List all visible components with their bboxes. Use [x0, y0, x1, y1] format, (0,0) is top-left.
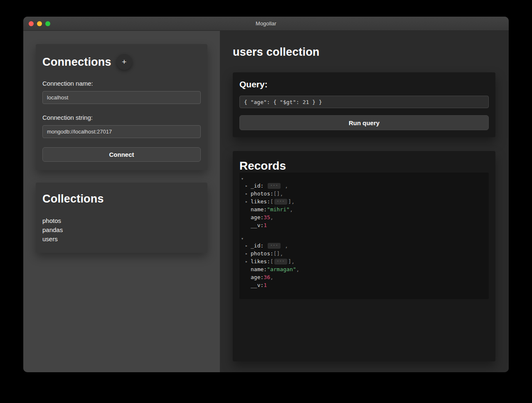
close-button[interactable]: [29, 21, 34, 26]
bracket-open: [: [270, 258, 273, 265]
field-key: name:: [251, 206, 267, 213]
expand-icon[interactable]: ▸: [245, 259, 251, 264]
minimize-button[interactable]: [37, 21, 42, 26]
field-suffix: ,: [270, 214, 273, 220]
field-value: "armagan": [267, 266, 296, 272]
field-value: "mihri": [267, 206, 290, 213]
app-window: Mogollar Connections + Connection name: …: [23, 17, 509, 372]
query-title: Query:: [239, 79, 489, 89]
bracket-close: ]: [288, 198, 291, 205]
record-rows: ▸_id: ··· ,▸photos:[],▸likes:[···],name:…: [241, 242, 483, 289]
run-query-button[interactable]: Run query: [239, 115, 489, 130]
expand-icon[interactable]: ▸: [245, 183, 251, 188]
connection-name-input[interactable]: [42, 91, 201, 104]
field-key: _id:: [251, 183, 267, 189]
plus-icon: +: [122, 57, 126, 67]
collection-item-photos[interactable]: photos: [42, 216, 201, 225]
record: ▾▸_id: ··· ,▸photos:[],▸likes:[···],name…: [241, 176, 483, 229]
bracket-open: [: [270, 198, 273, 205]
query-card: Query: Run query: [233, 72, 495, 137]
titlebar[interactable]: Mogollar: [23, 17, 509, 31]
field-suffix: ,: [281, 183, 288, 189]
collections-list: photospandasusers: [42, 216, 201, 244]
connections-header: Connections +: [42, 54, 201, 70]
field-value: 1: [264, 282, 267, 288]
collections-title: Collections: [42, 193, 201, 205]
ellipsis-badge[interactable]: ···: [274, 259, 287, 265]
records-title: Records: [239, 159, 489, 173]
record-field-__v: __v:1: [245, 221, 483, 229]
field-suffix: ,: [291, 198, 295, 205]
record-field-likes: ▸likes:[···],: [245, 257, 483, 265]
collection-item-users[interactable]: users: [42, 235, 201, 244]
record-field-_id: ▸_id: ··· ,: [245, 242, 483, 250]
record-field-_id: ▸_id: ··· ,: [245, 182, 483, 190]
collapse-icon[interactable]: ▾: [241, 236, 483, 242]
page-title: users collection: [233, 46, 496, 59]
add-connection-button[interactable]: +: [116, 54, 132, 70]
query-input[interactable]: [239, 96, 489, 108]
field-suffix: ,: [270, 274, 273, 280]
field-suffix: ,: [281, 242, 288, 249]
record-field-name: name:"armagan",: [245, 265, 483, 273]
connections-title: Connections: [42, 56, 111, 69]
record: ▾▸_id: ··· ,▸photos:[],▸likes:[···],name…: [241, 236, 483, 289]
field-key: _id:: [251, 242, 267, 249]
field-suffix: ,: [291, 258, 295, 265]
collection-item-pandas[interactable]: pandas: [42, 225, 201, 235]
field-suffix: ,: [280, 250, 283, 257]
record-field-photos: ▸photos:[],: [245, 250, 483, 257]
main-panel: users collection Query: Run query Record…: [220, 31, 509, 372]
field-key: photos:: [251, 250, 273, 257]
zoom-button[interactable]: [45, 21, 50, 26]
connection-name-label: Connection name:: [42, 80, 201, 87]
connection-string-input[interactable]: [42, 125, 201, 138]
connection-string-label: Connection string:: [42, 114, 201, 121]
field-key: photos:: [251, 190, 273, 197]
connect-button[interactable]: Connect: [42, 147, 201, 162]
ellipsis-badge[interactable]: ···: [274, 199, 287, 205]
ellipsis-badge[interactable]: ···: [268, 183, 281, 189]
expand-icon[interactable]: ▸: [245, 199, 251, 204]
field-key: __v:: [251, 282, 264, 288]
expand-icon[interactable]: ▸: [245, 251, 251, 256]
collections-card: Collections photospandasusers: [36, 183, 207, 253]
records-card: Records ▾▸_id: ··· ,▸photos:[],▸likes:[·…: [233, 151, 495, 361]
field-value: 35: [264, 214, 270, 220]
field-key: age:: [251, 274, 264, 280]
field-value: 1: [264, 222, 267, 228]
records-list: ▾▸_id: ··· ,▸photos:[],▸likes:[···],name…: [239, 173, 489, 299]
connections-card: Connections + Connection name: Connectio…: [36, 44, 207, 170]
record-field-__v: __v:1: [245, 281, 483, 289]
bracket-close: ]: [288, 258, 291, 265]
field-key: age:: [251, 214, 264, 220]
field-key: likes:: [251, 258, 270, 265]
field-value: 36: [264, 274, 270, 280]
field-key: __v:: [251, 222, 264, 228]
collapse-icon[interactable]: ▾: [241, 176, 483, 182]
record-field-photos: ▸photos:[],: [245, 190, 483, 198]
field-suffix: ,: [290, 206, 293, 213]
field-key: name:: [251, 266, 267, 272]
record-field-age: age:35,: [245, 213, 483, 221]
sidebar: Connections + Connection name: Connectio…: [23, 31, 220, 372]
traffic-lights: [23, 21, 50, 26]
field-value: []: [273, 250, 280, 257]
window-title: Mogollar: [23, 20, 509, 27]
record-field-likes: ▸likes:[···],: [245, 198, 483, 205]
record-rows: ▸_id: ··· ,▸photos:[],▸likes:[···],name:…: [241, 182, 483, 229]
field-value: []: [273, 190, 280, 197]
record-field-name: name:"mihri",: [245, 205, 483, 213]
window-body: Connections + Connection name: Connectio…: [23, 31, 509, 372]
record-field-age: age:36,: [245, 273, 483, 281]
field-key: likes:: [251, 198, 270, 205]
expand-icon[interactable]: ▸: [245, 243, 251, 248]
field-suffix: ,: [280, 190, 283, 197]
expand-icon[interactable]: ▸: [245, 191, 251, 196]
field-suffix: ,: [296, 266, 300, 272]
ellipsis-badge[interactable]: ···: [268, 243, 281, 249]
